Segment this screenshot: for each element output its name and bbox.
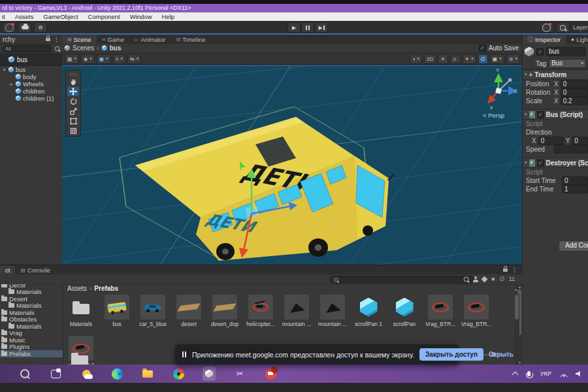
scale-tool[interactable] (67, 106, 79, 116)
view-tab[interactable]: ⊞ Scene (62, 35, 97, 44)
hierarchy-item[interactable]: ▾ bus (0, 66, 62, 73)
folder-tree-item[interactable]: Materials (0, 289, 63, 296)
view-tab[interactable]: ⊟ Timeline (171, 35, 210, 44)
edge-browser-icon[interactable] (110, 367, 123, 380)
prefab-cube-icon[interactable] (525, 47, 534, 57)
menu-item[interactable]: it (2, 12, 5, 21)
hierarchy-item[interactable]: body (0, 73, 62, 80)
microphone-icon[interactable] (527, 371, 531, 376)
snap-settings-button[interactable]: ≡ (113, 54, 125, 64)
taskbar-search-icon[interactable] (18, 367, 31, 380)
asset-item[interactable]: scrollPan 1 (355, 295, 382, 327)
transform-tool[interactable] (67, 126, 79, 135)
hierarchy-item[interactable]: children (0, 88, 62, 95)
kebab-menu-icon[interactable]: ⋮ (512, 267, 517, 273)
content-scrollbar[interactable] (514, 293, 519, 362)
view-tab[interactable]: ∞ Game (97, 35, 130, 44)
tab-inspector[interactable]: ⓘ Inspector (523, 35, 566, 44)
wifi-icon[interactable] (559, 371, 568, 377)
asset-item[interactable]: car_5_blue (139, 295, 167, 327)
shading-sphere-button[interactable]: ◑ (410, 54, 422, 64)
search-by-user-icon[interactable] (473, 276, 478, 282)
photos-app-icon[interactable] (172, 367, 185, 380)
value-field[interactable]: 0.2 (561, 97, 588, 105)
object-name-field[interactable]: bus (546, 47, 586, 56)
speaker-icon[interactable] (576, 371, 583, 377)
folder-tree-item[interactable]: Obstacles (0, 316, 63, 323)
chat-app-icon[interactable] (264, 367, 277, 380)
gizmo-x-label[interactable]: x (490, 105, 493, 110)
draw-mode-button[interactable]: ▦ (65, 54, 79, 64)
search-by-type-icon[interactable] (463, 276, 468, 282)
kebab-menu-icon[interactable]: ⋮ (54, 36, 59, 42)
2d-mode-button[interactable]: 2D (424, 54, 436, 64)
layers-dropdown[interactable]: Layers (573, 24, 588, 31)
transform-component-header[interactable]: + Transform (523, 69, 588, 80)
lock-icon[interactable] (46, 38, 50, 41)
value-field[interactable]: 0 (561, 80, 588, 88)
task-view-icon[interactable] (49, 367, 62, 380)
asset-item[interactable]: Materials (67, 295, 95, 327)
breadcrumb-assets[interactable]: Assets (67, 285, 87, 292)
search-icon[interactable] (557, 22, 570, 33)
gizmos-button[interactable]: ⊕ (506, 54, 520, 64)
play-button[interactable]: ▶ (287, 22, 301, 33)
camera-settings-button[interactable]: ▣ (490, 54, 504, 64)
weather-widget-icon[interactable] (80, 367, 93, 380)
asset-item[interactable]: helicopter... (247, 295, 274, 327)
add-component-button[interactable]: Add Comp (559, 240, 588, 252)
rotate-tool[interactable] (67, 97, 79, 106)
auto-save-toggle[interactable]: Auto Save (479, 44, 519, 52)
asset-item[interactable]: bus (103, 295, 131, 327)
hand-tool[interactable] (67, 77, 79, 86)
language-indicator[interactable]: УКР (540, 370, 551, 377)
stop-sharing-button[interactable]: Закрыть доступ (419, 348, 483, 361)
pause-sharing-icon[interactable] (182, 351, 187, 359)
view-tab[interactable]: ▻ Animator (129, 35, 171, 44)
direction-y-field[interactable]: 0 (572, 137, 588, 145)
menu-item[interactable]: Help (162, 12, 175, 21)
grid-toggle-button[interactable]: ▣ (97, 54, 111, 64)
gizmo-z-label[interactable]: Z (514, 88, 517, 94)
auto-save-checkbox[interactable] (479, 44, 486, 52)
asset-item[interactable]: mountain ... (319, 295, 346, 327)
favorites-star-icon[interactable]: ★ (491, 276, 496, 282)
folder-tree-item[interactable]: Vrag (0, 330, 63, 337)
end-time-field[interactable]: 1 (562, 185, 588, 193)
direction-x-field[interactable]: 0 (538, 137, 564, 145)
effects-button[interactable]: ✦ (463, 54, 476, 64)
asset-item[interactable]: mountain ... (283, 295, 310, 327)
scene-lighting-button[interactable]: ☀ (438, 54, 448, 64)
gizmo-y-label[interactable]: Y (496, 67, 500, 73)
tab-lighting[interactable]: ● Light (566, 35, 588, 44)
rect-tool[interactable] (67, 116, 79, 125)
tab-console[interactable]: ▤ Console (15, 266, 55, 274)
pause-button[interactable] (301, 22, 314, 33)
asset-thumbnail-partial[interactable] (67, 346, 92, 365)
version-control-icon[interactable] (3, 22, 16, 33)
folder-tree-item[interactable]: Plugins (0, 344, 63, 351)
active-checkbox[interactable] (536, 48, 544, 56)
value-field[interactable]: 0 (561, 88, 588, 97)
bus-script-header[interactable]: Bus (Script) (523, 109, 588, 120)
speed-field[interactable] (554, 145, 588, 154)
snipping-tool-icon[interactable]: ✂ (233, 367, 246, 380)
folder-tree-item[interactable]: Prefabs (0, 350, 63, 357)
lock-icon[interactable] (503, 269, 508, 272)
hierarchy-search-input[interactable]: All (2, 45, 52, 52)
asset-item[interactable]: desert (175, 295, 203, 327)
hide-notification-button[interactable]: Скрыть (489, 351, 514, 358)
hidden-packages-icon[interactable]: ∅ (500, 276, 505, 282)
asset-item[interactable]: scrollPan (391, 295, 418, 327)
folder-tree-item[interactable]: Music (0, 336, 63, 344)
tray-chevron-icon[interactable] (512, 372, 519, 378)
menu-item[interactable]: Window (130, 12, 152, 21)
folder-tree-item[interactable]: Materials (0, 323, 63, 330)
unity-editor-icon[interactable] (203, 367, 216, 380)
breadcrumb-scenes[interactable]: Scenes (73, 44, 94, 52)
scene-audio-button[interactable]: ♬ (450, 54, 461, 64)
step-button[interactable]: ▶ (315, 22, 328, 33)
perspective-label[interactable]: < Persp (483, 112, 504, 119)
asset-item[interactable]: desert_dop (211, 295, 238, 327)
menu-item[interactable]: Assets (15, 12, 34, 21)
